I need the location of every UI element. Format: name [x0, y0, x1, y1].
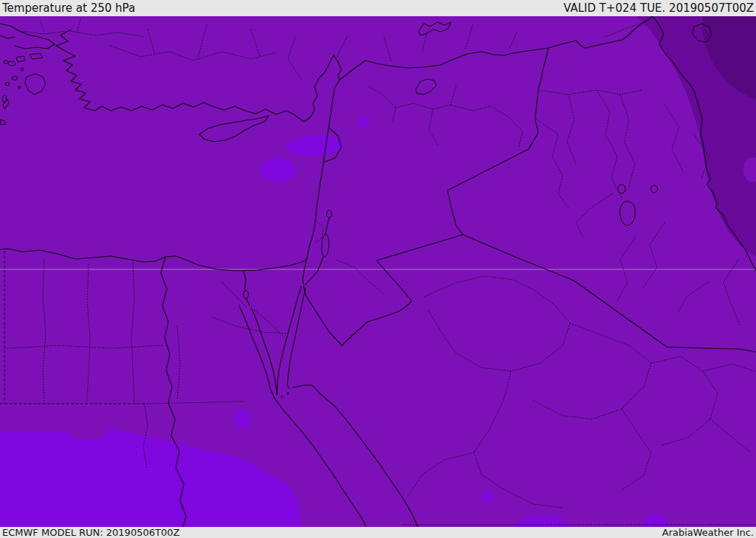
page-title: Temperature at 250 hPa — [2, 3, 135, 14]
weather-map-viewer: Temperature at 250 hPa VALID T+024 TUE. … — [0, 0, 756, 538]
header-bar: Temperature at 250 hPa VALID T+024 TUE. … — [0, 0, 756, 16]
temperature-shading-layer — [0, 16, 756, 527]
footer-bar: ECMWF MODEL RUN: 20190506T00Z ArabiaWeat… — [0, 527, 756, 538]
credit-label: ArabiaWeather Inc. — [662, 528, 754, 537]
model-run-label: ECMWF MODEL RUN: 20190506T00Z — [2, 528, 179, 537]
valid-time-label: VALID T+024 TUE. 20190507T00Z — [563, 3, 754, 14]
weather-map — [0, 16, 756, 527]
map-canvas — [0, 16, 756, 527]
